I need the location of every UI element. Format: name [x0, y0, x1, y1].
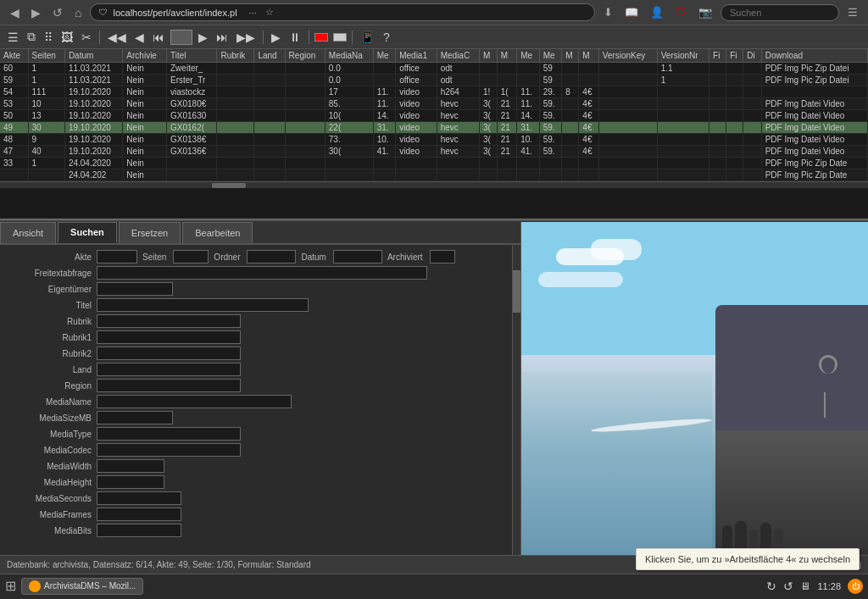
mediaframes-input[interactable] [97, 507, 181, 521]
col-region[interactable]: Region [285, 49, 325, 63]
power-icon[interactable]: ⏻ [848, 579, 863, 594]
forward-button[interactable]: ▶ [28, 4, 44, 21]
col-archiviert[interactable]: Archivie [123, 49, 167, 63]
tab-ansicht[interactable]: Ansicht [0, 222, 56, 243]
back-button[interactable]: ◀ [7, 4, 23, 21]
pause-button[interactable]: ⏸ [287, 29, 303, 46]
col-versionnr[interactable]: VersionNr [657, 49, 709, 63]
col-land[interactable]: Land [254, 49, 285, 63]
table-cell [285, 98, 325, 110]
col-m3[interactable]: M [562, 49, 579, 63]
grid-tool-button[interactable]: ⠿ [42, 29, 55, 46]
table-row[interactable]: 474019.10.2020NeinGX0136€30(41.videohevc… [0, 146, 868, 158]
prev-button[interactable]: ◀ [132, 29, 147, 46]
horizontal-scrollbar[interactable] [0, 181, 868, 188]
mediasizemb-input[interactable] [97, 411, 173, 424]
url-bar[interactable]: 🛡 localhost/perl/avclient/index.pl ··· ☆ [90, 3, 595, 21]
skip-back-button[interactable]: ◀◀ [105, 29, 129, 46]
refresh-icon[interactable]: ↻ [766, 580, 776, 593]
eigentuemer-input[interactable] [97, 282, 173, 296]
col-m2[interactable]: M [497, 49, 516, 63]
col-fi1[interactable]: Fi [709, 49, 726, 63]
mediabits-input[interactable] [97, 524, 181, 537]
mediacodec-input[interactable] [97, 443, 241, 457]
sync-icon[interactable]: ↺ [783, 580, 793, 593]
menu-button[interactable]: ☰ [844, 4, 861, 20]
col-fi2[interactable]: Fi [726, 49, 743, 63]
titel-input[interactable] [97, 298, 309, 312]
next-button[interactable]: ▶ [196, 29, 210, 46]
seiten-input[interactable] [173, 250, 209, 263]
table-cell: PDF Img Datei Video [761, 98, 867, 110]
bookmark-icon[interactable]: ☆ [265, 7, 274, 18]
ordner-input[interactable] [247, 250, 296, 263]
col-akte[interactable]: Akte [0, 49, 28, 63]
table-row[interactable]: 501319.10.2020NeinGX0163010(14.videohevc… [0, 110, 868, 122]
tab-suchen[interactable]: Suchen [58, 222, 117, 243]
col-me[interactable]: Me [373, 49, 396, 63]
browser-search-input[interactable] [721, 4, 839, 21]
help-button[interactable]: ? [381, 29, 392, 46]
table-row[interactable]: 33124.04.2020NeinPDF Img Pic Zip Date [0, 158, 868, 169]
col-m1[interactable]: M [480, 49, 498, 63]
archiviert-input[interactable] [430, 250, 455, 263]
taskbar-app-button[interactable]: ArchivistaDMS – Mozil... [21, 578, 143, 595]
copy-tool-button[interactable]: ⧉ [25, 28, 38, 46]
col-me2[interactable]: Me [517, 49, 540, 63]
mediaheight-input[interactable] [97, 475, 164, 489]
mediaseconds-input[interactable] [97, 491, 181, 505]
region-input[interactable] [97, 379, 241, 392]
col-m4[interactable]: M [579, 49, 598, 63]
monitor-icon[interactable]: 🖥 [800, 580, 810, 592]
land-input[interactable] [97, 363, 241, 376]
mediawidth-input[interactable] [97, 459, 164, 473]
freitextabfrage-input[interactable] [97, 266, 427, 280]
table-row[interactable]: 48919.10.2020NeinGX0138€73.10.videohevc3… [0, 134, 868, 146]
extension-button[interactable]: 🛡 [672, 4, 690, 20]
rubrik1-input[interactable] [97, 330, 241, 344]
screenshot-button[interactable]: 📷 [695, 4, 715, 20]
first-button[interactable]: ⏮ [150, 29, 167, 46]
image-tool-button[interactable]: 🖼 [58, 29, 75, 46]
reading-button[interactable]: 📖 [621, 4, 642, 20]
medianame-input[interactable] [97, 395, 292, 408]
datum-input[interactable] [333, 250, 382, 263]
col-rubrik[interactable]: Rubrik [217, 49, 254, 63]
col-di[interactable]: Di [743, 49, 761, 63]
col-seiten[interactable]: Seiten [28, 49, 64, 63]
mediatype-input[interactable] [97, 427, 241, 441]
table-row[interactable]: 531019.10.2020NeinGX0180€85.11.videohevc… [0, 98, 868, 110]
profile-button[interactable]: 👤 [647, 4, 667, 20]
tab-bearbeiten[interactable]: Bearbeiten [182, 222, 253, 243]
table-row[interactable]: 493019.10.2020NeinGX0162(22(31.videohevc… [0, 122, 868, 134]
rubrik-input[interactable] [97, 314, 241, 328]
col-titel[interactable]: Titel [167, 49, 217, 63]
col-versionkey[interactable]: VersionKey [598, 49, 657, 63]
refresh-button[interactable]: ↺ [49, 4, 66, 21]
col-download[interactable]: Download [761, 49, 867, 63]
mobile-tool-button[interactable]: 📱 [358, 29, 377, 46]
tab-ersetzen[interactable]: Ersetzen [119, 222, 181, 243]
rubrik2-input[interactable] [97, 347, 241, 360]
table-row[interactable]: 60111.03.2021NeinZweiter_0.0officeodt591… [0, 63, 868, 75]
menu-tool-button[interactable]: ☰ [5, 29, 21, 46]
cut-tool-button[interactable]: ✂ [79, 29, 94, 46]
last-button[interactable]: ⏭ [214, 29, 231, 46]
play-button[interactable]: ▶ [269, 29, 283, 46]
col-media1[interactable]: Media1 [396, 49, 437, 63]
form-vertical-scrollbar[interactable] [512, 245, 520, 555]
col-mediac[interactable]: MediaC [437, 49, 479, 63]
col-medianame[interactable]: MediaNa [325, 49, 373, 63]
scrollbar-thumb[interactable] [212, 183, 246, 188]
taskbar-grid-icon[interactable]: ⊞ [5, 578, 16, 594]
form-scrollbar-thumb[interactable] [513, 270, 520, 313]
home-button[interactable]: ⌂ [71, 4, 85, 21]
fast-forward-button[interactable]: ▶▶ [234, 29, 258, 46]
col-datum[interactable]: Datum [64, 49, 122, 63]
download-button[interactable]: ⬇ [600, 4, 616, 20]
akte-input[interactable] [97, 250, 137, 263]
table-row[interactable]: 59111.03.2021NeinErster_Tr0.0officeodt59… [0, 75, 868, 86]
table-row[interactable]: 5411119.10.2020Neinviastockz1711.videoh2… [0, 86, 868, 98]
table-row[interactable]: 24.04.202NeinPDF Img Pic Zip Date [0, 169, 868, 181]
col-me3[interactable]: Me [539, 49, 562, 63]
